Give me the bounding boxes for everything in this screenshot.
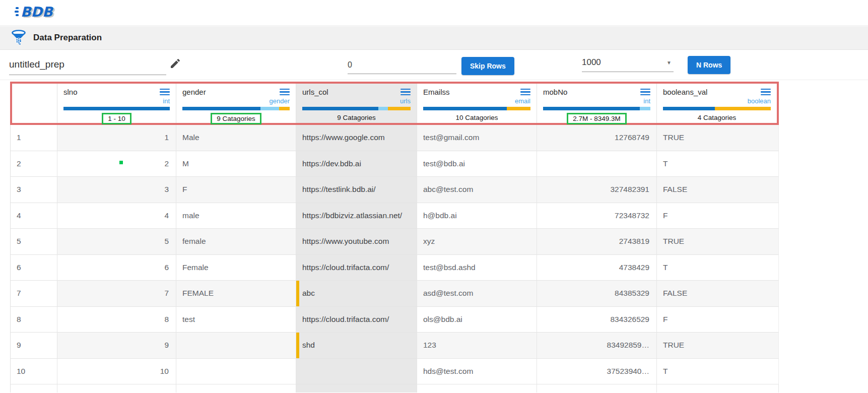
cell-booleans_val[interactable]: TRUE [657, 229, 779, 255]
quality-bar [423, 107, 530, 110]
cell-slno[interactable]: 1 [57, 125, 176, 151]
cell-Emailss[interactable]: 123 [417, 333, 537, 359]
cell-booleans_val[interactable]: T [657, 151, 779, 177]
cell-urls_col[interactable]: https://cloud.trifacta.com/ [296, 307, 417, 333]
cell-slno[interactable]: 5 [57, 229, 176, 255]
cell-value: hds@test.com [423, 367, 473, 376]
column-menu-icon[interactable] [761, 89, 771, 96]
cell-gender[interactable]: test [176, 307, 296, 333]
cell-slno[interactable]: 9 [57, 333, 176, 359]
cell-booleans_val[interactable]: TRUE [657, 333, 779, 359]
cell-gender[interactable] [176, 359, 296, 385]
column-header-slno[interactable]: slnoint1 - 10 [57, 84, 176, 123]
cell-mobNo[interactable]: 327482391 [537, 177, 657, 203]
skip-rows-button[interactable]: Skip Rows [461, 57, 514, 75]
cell-booleans_val[interactable]: T [657, 255, 779, 281]
cell-mobNo[interactable]: 72348732 [537, 203, 657, 229]
cell-mobNo[interactable]: 4738429 [537, 255, 657, 281]
cell-Emailss[interactable]: ols@bdb.ai [417, 307, 537, 333]
cell-gender[interactable]: male [176, 203, 296, 229]
cell-Emailss[interactable]: test@bdb.ai [417, 151, 537, 177]
column-header-mobNo[interactable]: mobNoint2.7M - 8349.3M [537, 84, 657, 123]
cell-slno[interactable]: 4 [57, 203, 176, 229]
cell-urls_col[interactable]: shd [296, 333, 417, 359]
cell-booleans_val[interactable]: F [657, 203, 779, 229]
cell-value: 7 [164, 289, 169, 298]
cell-urls_col[interactable]: https://www.youtube.com [296, 229, 417, 255]
prep-name-input[interactable]: untitled_prep [9, 59, 166, 75]
cell-slno[interactable]: 7 [57, 281, 176, 307]
column-name: gender [182, 88, 206, 96]
cell-slno[interactable]: 10 [57, 359, 176, 385]
cell-slno[interactable]: 3 [57, 177, 176, 203]
table-row: 44malehttps://bdbizviz.atlassian.net/h@b… [10, 203, 779, 229]
cell-gender[interactable]: M [176, 151, 296, 177]
cell-booleans_val[interactable]: TRUE [657, 125, 779, 151]
cell-booleans_val[interactable]: F [657, 307, 779, 333]
cell-Emailss[interactable]: h@bdb.ai [417, 203, 537, 229]
cell-slno[interactable]: 8 [57, 307, 176, 333]
cell-Emailss[interactable]: test@bsd.ashd [417, 255, 537, 281]
cell-urls_col[interactable]: https://www.google.com [296, 125, 417, 151]
n-rows-select-value: 1000 [582, 57, 601, 68]
cell-mobNo[interactable]: 37523940… [537, 359, 657, 385]
cell-booleans_val[interactable]: T [657, 359, 779, 385]
skip-rows-input[interactable]: 0 [348, 60, 456, 74]
cell-gender[interactable]: Male [176, 125, 296, 151]
column-header-urls_col[interactable]: urls_colurls9 Catagories [296, 84, 417, 123]
column-menu-icon[interactable] [640, 89, 650, 96]
column-menu-icon[interactable] [520, 89, 530, 96]
n-rows-button[interactable]: N Rows [688, 56, 730, 74]
cell-value: FALSE [663, 289, 687, 298]
cell-slno[interactable]: 2 [57, 151, 176, 177]
cell-mobNo[interactable]: 2743819 [537, 229, 657, 255]
cell-booleans_val[interactable]: FALSE [657, 281, 779, 307]
column-menu-icon[interactable] [400, 89, 411, 96]
invalid-value-flag [296, 281, 299, 306]
data-preparation-page: BDB BDB Data Preparation untitled_prep 0… [0, 0, 868, 393]
column-header-Emailss[interactable]: Emailssemail10 Catagories [417, 84, 537, 123]
cell-Emailss[interactable]: abc@test.com [417, 177, 537, 203]
cell-value: https://bdbizviz.atlassian.net/ [302, 211, 402, 220]
edit-pencil-icon[interactable] [169, 57, 182, 71]
cell-booleans_val[interactable]: FALSE [657, 177, 779, 203]
cell-urls_col[interactable]: https://testlink.bdb.ai/ [296, 177, 417, 203]
quality-bar [663, 107, 771, 110]
cell-gender[interactable]: F [176, 177, 296, 203]
cell-slno[interactable]: 6 [57, 255, 176, 281]
cell-value: F [663, 211, 667, 220]
cell-value: 123 [423, 341, 436, 350]
column-summary: 10 Catagories [453, 113, 500, 122]
cell-value: test@gmail.com [423, 133, 479, 142]
cell-mobNo[interactable]: 83492859… [537, 333, 657, 359]
cell-Emailss[interactable]: xyz [417, 229, 537, 255]
cell-Emailss[interactable]: hds@test.com [417, 359, 537, 385]
cell-value: TRUE [663, 133, 684, 142]
cell-gender[interactable]: Female [176, 255, 296, 281]
cell-value: FALSE [663, 185, 687, 194]
cell-urls_col[interactable]: https://bdbizviz.atlassian.net/ [296, 203, 417, 229]
n-rows-select[interactable]: 1000 ▼ [582, 57, 674, 72]
cell-mobNo[interactable]: 84385329 [537, 281, 657, 307]
cell-value: TRUE [663, 237, 684, 246]
cell-gender[interactable]: female [176, 229, 296, 255]
cell-urls_col[interactable]: https://cloud.trifacta.com/ [296, 255, 417, 281]
cell-urls_col[interactable]: https://dev.bdb.ai [296, 151, 417, 177]
column-name: mobNo [543, 88, 567, 96]
cell-value: M [182, 159, 189, 168]
cell-gender[interactable] [176, 333, 296, 359]
column-header-gender[interactable]: gendergender9 Catagories [176, 84, 296, 123]
column-menu-icon[interactable] [160, 89, 170, 96]
cell-urls_col[interactable] [296, 359, 417, 385]
cell-Emailss[interactable]: test@gmail.com [417, 125, 537, 151]
cell-mobNo[interactable] [537, 151, 657, 177]
column-menu-icon[interactable] [280, 89, 290, 96]
cell-Emailss[interactable]: asd@test.com [417, 281, 537, 307]
cell-urls_col[interactable]: abc [296, 281, 417, 307]
row-number-cell: 7 [10, 281, 57, 307]
table-row: 99shd12383492859…TRUE [10, 333, 779, 359]
cell-gender[interactable]: FEMALE [176, 281, 296, 307]
cell-mobNo[interactable]: 834326529 [537, 307, 657, 333]
column-header-booleans_val[interactable]: booleans_valboolean4 Catagories [657, 84, 777, 123]
cell-mobNo[interactable]: 12768749 [537, 125, 657, 151]
